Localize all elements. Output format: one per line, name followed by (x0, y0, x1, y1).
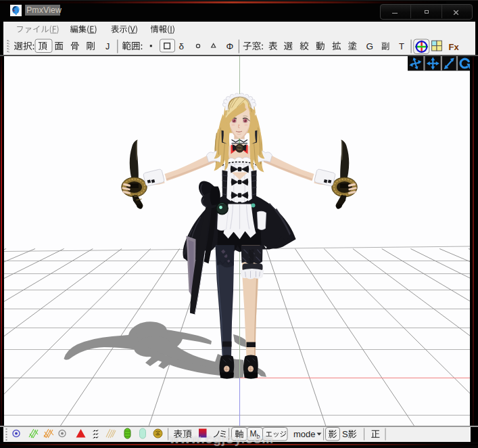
svg-text:S: S (342, 429, 348, 439)
svg-text:T: T (399, 41, 404, 51)
svg-text:mode: mode (293, 429, 316, 439)
svg-text:Φ: Φ (226, 41, 234, 51)
svg-text:G: G (366, 41, 374, 51)
svg-text:δ: δ (179, 41, 185, 51)
svg-text:J: J (105, 42, 110, 51)
svg-text:Fx: Fx (449, 42, 460, 52)
